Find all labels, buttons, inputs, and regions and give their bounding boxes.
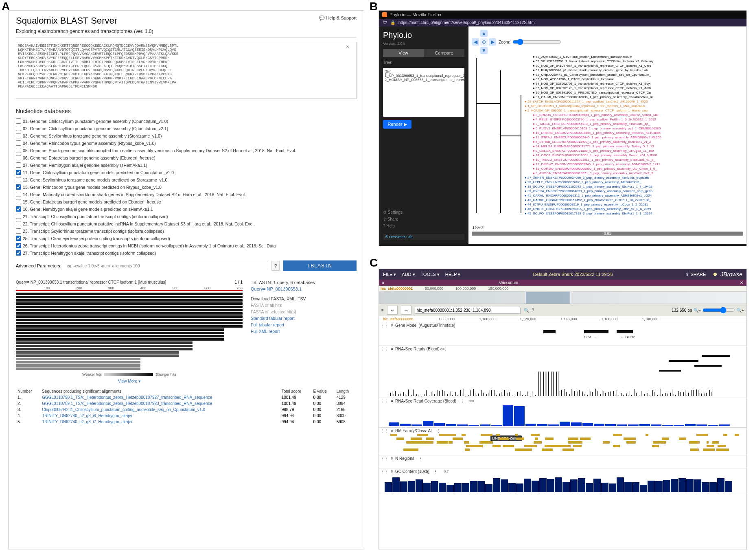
tree-node[interactable]: ● 2_HOMSA_NP_006556_1_transcriptional_re…: [525, 109, 648, 113]
tree-node[interactable]: ● 52_AQM52683_1_CTCF-like_protein_Lethen…: [533, 55, 632, 59]
db-checkbox[interactable]: [16, 184, 21, 190]
zoom-reset-icon[interactable]: ⊕: [480, 38, 488, 46]
tblastn-button[interactable]: TBLASTN: [283, 260, 357, 271]
db-item[interactable]: 06. Genome: Eptatretus burgeri genome as…: [16, 155, 357, 160]
adv-input[interactable]: [65, 262, 268, 270]
dl-xml[interactable]: Full XML report: [251, 329, 357, 334]
db-checkbox[interactable]: [16, 199, 21, 204]
db-item[interactable]: 13. Gene: Rhincodon typus gene models pr…: [16, 184, 357, 190]
db-checkbox[interactable]: [16, 118, 21, 124]
menu-icon[interactable]: ⋮: [418, 456, 422, 461]
db-item[interactable]: 07. Genome: Hemitrygon akajei genome ass…: [16, 162, 357, 168]
arrow-up-icon[interactable]: ▲: [480, 30, 488, 37]
dl-fasta-all[interactable]: FASTA of all hits: [251, 303, 357, 308]
close-icon[interactable]: ×: [346, 44, 349, 50]
drag-icon[interactable]: ⋮⋮: [381, 347, 389, 351]
tree-node[interactable]: ● 7_TAEGU_ENSTGUP00000054313_1_pep_prima…: [533, 122, 650, 126]
db-item[interactable]: 27. Transcript: Hemitrygon akajei transc…: [16, 250, 357, 256]
tree-node[interactable]: ● 9_ANOCA_ENSACAF00000010571_3_pep_prima…: [533, 171, 653, 175]
db-item[interactable]: 03. Genome: Scyliorhinus torazame genome…: [16, 133, 357, 138]
tab-compare[interactable]: Compare: [424, 49, 464, 57]
db-item[interactable]: 22. Transcript: Chiloscyllium punctatum …: [16, 221, 357, 226]
db-item[interactable]: 04. Genome: Rhincodon typus genome assem…: [16, 140, 357, 146]
db-item[interactable]: 02. Genome: Chiloscyllium punctatum geno…: [16, 126, 357, 131]
nav-fwd-button[interactable]: →: [401, 306, 411, 315]
db-item[interactable]: 11. Gene: Chiloscyllium punctatum gene m…: [16, 170, 357, 175]
location-input[interactable]: [415, 307, 521, 314]
help-button[interactable]: ?: [271, 261, 280, 271]
tree-node[interactable]: ● 35_NOS_XP_032892170_1_transcriptional_…: [533, 86, 651, 90]
url-bar[interactable]: 🛡 🔒 https://mafft.cbrc.jp/alignment/serv…: [379, 19, 746, 26]
db-item[interactable]: 23. Transcript: Scyliorhinus torazame tr…: [16, 228, 357, 234]
tree-node[interactable]: ● 28_LEPLE_ENSLLNP00000032667_1_pep_prim…: [525, 180, 641, 184]
drag-icon[interactable]: ⋮⋮: [381, 399, 389, 403]
tree-node[interactable]: ● 43_DANRE_ENSDARP00000157452_1_pep_chro…: [525, 198, 651, 202]
tree-node[interactable]: ● 31_Rhity2000076_p1_whale_shark_manuall…: [533, 68, 648, 72]
sidebar-help[interactable]: ? Help: [383, 224, 464, 228]
zoom-out-icon[interactable]: 🔍−: [694, 308, 701, 313]
close-icon[interactable]: ✕: [390, 323, 394, 328]
tree-node[interactable]: ● 6_STHAB_ENSSHBP00000013493_1_pep_prima…: [533, 140, 651, 144]
close-icon[interactable]: ✕: [390, 456, 394, 461]
tab-view[interactable]: View: [383, 49, 424, 57]
tree-node[interactable]: ● 10_DRONO_ENSDNVP00000002344_1_pep_prim…: [533, 131, 661, 135]
db-checkbox[interactable]: [16, 192, 21, 197]
drag-icon[interactable]: ⋮⋮: [381, 469, 389, 474]
menu-icon[interactable]: ⋮: [433, 469, 438, 474]
tree-node[interactable]: ● 5_PUGV1_ENSP1VP00000015303_1_pep_prima…: [533, 127, 661, 131]
db-item[interactable]: 01. Genome: Chiloscyllium punctatum geno…: [16, 118, 357, 124]
menu-help[interactable]: HELP ▾: [445, 272, 461, 277]
db-checkbox[interactable]: [16, 140, 21, 146]
tree-node[interactable]: ● 32_Chipu0005442_p1_Chiloscyllium_punct…: [533, 73, 651, 77]
tree-node[interactable]: ● 44_ICTPU_ENSIPUP00000009519_1_pep_prim…: [525, 203, 648, 207]
table-row[interactable]: 4.TRINITY_DN62740_c2_g3_i9_Hemitrygon_ak…: [16, 413, 357, 419]
tree-node[interactable]: ● 39_CYPCA_ENSCCRP00020064033_1_pep_prim…: [525, 189, 652, 193]
share-button[interactable]: ⇪ SHARE: [685, 272, 706, 277]
db-item[interactable]: 14. Gene: Manually curated shark/non-sha…: [16, 192, 357, 197]
arrow-right-icon[interactable]: ▶: [489, 38, 496, 46]
db-checkbox[interactable]: [16, 133, 21, 138]
table-row[interactable]: 2.GGGL0118789.1_TSA:_Heterodontus_zebra_…: [16, 400, 357, 407]
view-more-link[interactable]: View More ▾: [16, 379, 243, 383]
tree-node[interactable]: ● 24_MELGA_ENSMGAP00000031773_3_pep_prim…: [533, 144, 654, 149]
tree-node[interactable]: ● 38_SCLFO_ENSSFOP00005102582_1_pep_prim…: [525, 185, 652, 189]
db-checkbox[interactable]: [16, 155, 21, 160]
close-icon[interactable]: ✕: [390, 399, 394, 403]
tree-node[interactable]: ● 4_PELSI_ENSPSIP00000003796_1_pep_scaff…: [533, 118, 656, 122]
db-item[interactable]: 12. Gene: Scyliorhinus torazame gene mod…: [16, 177, 357, 182]
hamburger-icon[interactable]: ≡: [381, 308, 384, 313]
tree-node[interactable]: ● 45_SCLFO_ENSSFOP00015017398_2_pep_prim…: [525, 212, 652, 216]
dl-full[interactable]: Full tabular report: [251, 322, 357, 327]
nav-back-button[interactable]: ←: [387, 306, 398, 315]
tree-node[interactable]: ● 30_NOS_XP_041047854_1_transcriptional_…: [533, 64, 651, 68]
db-item[interactable]: 16. Gene: Hemitrygon akajei gene models …: [16, 206, 357, 212]
menu-icon[interactable]: ⋮: [460, 399, 464, 403]
db-checkbox[interactable]: [16, 170, 21, 175]
sidebar-settings[interactable]: ⚙ Settings: [383, 210, 464, 214]
tree-node[interactable]: ● 33_NOS_AYG51206_1_CTCF_Scyliorhinus_to…: [533, 77, 615, 81]
tree-node[interactable]: ● 1_NP_001390653_1_transcriptional_repre…: [525, 104, 645, 108]
db-checkbox[interactable]: [16, 148, 21, 153]
tree-input[interactable]: ((((( 1_NP_001390653_1_transcriptional_r…: [383, 68, 464, 117]
db-checkbox[interactable]: [16, 250, 21, 256]
arrow-down-icon[interactable]: ▼: [480, 47, 488, 54]
zoom-in-icon[interactable]: 🔍+: [737, 308, 744, 313]
db-item[interactable]: 15. Gene: Eptatretus burgeri gene models…: [16, 199, 357, 204]
db-checkbox[interactable]: [16, 221, 21, 226]
close-icon[interactable]: ✕: [390, 469, 394, 474]
tree-visualization[interactable]: ● 52_AQM52683_1_CTCF-like_protein_Lethen…: [472, 54, 743, 225]
tree-node[interactable]: ● 34_NOS_XP_038662708_1_transcriptional_…: [533, 82, 650, 86]
tree-node[interactable]: ● 53_XP_032833299_1_transcriptional_repr…: [533, 59, 654, 63]
zoom-slider[interactable]: [702, 306, 735, 315]
dl-std[interactable]: Standard tabular report: [251, 316, 357, 321]
query-link[interactable]: Query= NP_001390653.1: [251, 287, 357, 291]
overview-bar[interactable]: [379, 292, 746, 304]
tree-node[interactable]: ● 41_CARAU_ENCARP00000096313_1_pep_prima…: [525, 194, 652, 198]
drag-icon[interactable]: ⋮⋮: [381, 429, 389, 433]
tree-node[interactable]: ● 29_LATCH_ENSLACP00000011174_1_pep_scaf…: [525, 100, 648, 104]
tree-node[interactable]: ● 11_STRAU_ENSSCUP00000002445_1_pep_prim…: [533, 136, 661, 140]
db-checkbox[interactable]: [16, 162, 21, 168]
db-checkbox[interactable]: [16, 126, 21, 131]
db-checkbox[interactable]: [16, 236, 21, 241]
tracks-area[interactable]: ⋮⋮✕ Gene Model (Augustus/Trinotate) SIAS…: [379, 322, 746, 541]
